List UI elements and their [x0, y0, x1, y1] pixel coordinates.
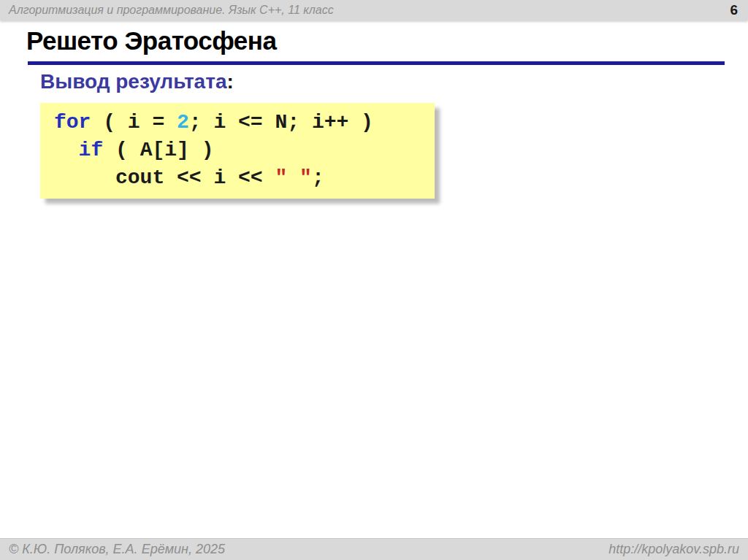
code-token-keyword: for: [54, 111, 91, 134]
title-underline: [28, 61, 725, 65]
section-heading-text: Вывод результата: [40, 70, 226, 93]
course-title: Алгоритмизация и программирование. Язык …: [9, 4, 334, 17]
code-token-plain: [54, 139, 79, 161]
code-line: cout << i << " ";: [54, 164, 435, 192]
site-url: http://kpolyakov.spb.ru: [608, 542, 739, 557]
code-token-plain: ( i =: [91, 111, 177, 134]
copyright-text: © К.Ю. Поляков, Е.А. Ерёмин, 2025: [9, 542, 225, 557]
code-token-plain: ; i <= N; i++ ): [189, 111, 373, 134]
code-token-keyword: if: [79, 139, 104, 161]
page-number: 6: [730, 2, 739, 18]
code-token-plain: ( A[i] ): [103, 139, 213, 161]
code-token-plain: ;: [312, 166, 324, 189]
code-block: for ( i = 2; i <= N; i++ ) if ( A[i] ) c…: [40, 103, 435, 199]
slide-title: Решето Эратосфена: [26, 26, 276, 55]
code-token-plain: cout << i <<: [54, 166, 275, 189]
code-line: for ( i = 2; i <= N; i++ ): [54, 109, 435, 137]
footer-bar: © К.Ю. Поляков, Е.А. Ерёмин, 2025 http:/…: [0, 538, 748, 560]
top-bar: Алгоритмизация и программирование. Язык …: [0, 0, 748, 20]
section-heading-colon: :: [226, 70, 233, 93]
code-token-string: " ": [275, 166, 311, 189]
code-line: if ( A[i] ): [54, 137, 435, 164]
presentation-slide: Алгоритмизация и программирование. Язык …: [0, 0, 748, 560]
code-token-number: 2: [177, 111, 189, 134]
section-heading: Вывод результата:: [40, 70, 234, 93]
